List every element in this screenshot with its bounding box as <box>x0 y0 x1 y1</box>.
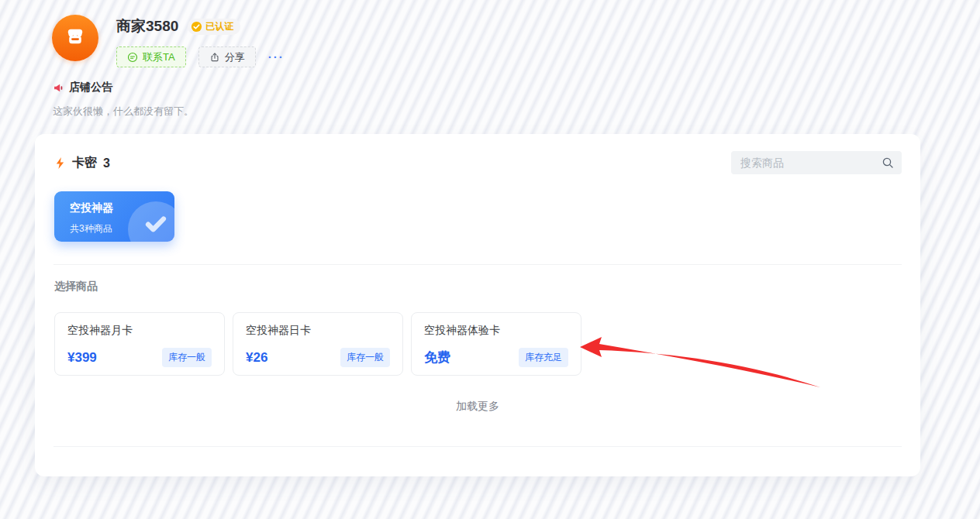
section-title-text: 卡密 <box>72 155 97 171</box>
section-count: 3 <box>103 156 110 170</box>
section-title: 卡密 3 <box>54 155 110 171</box>
product-price: ¥399 <box>67 350 97 366</box>
product-card[interactable]: 空投神器月卡 ¥399 库存一般 <box>54 312 225 376</box>
merchant-name: 商家3580 <box>116 16 178 36</box>
product-list: 空投神器月卡 ¥399 库存一般 空投神器日卡 ¥26 库存一般 空投神器体验卡… <box>54 312 581 376</box>
verified-label: 已认证 <box>205 20 233 33</box>
storefront-icon <box>62 23 88 53</box>
product-name: 空投神器日卡 <box>246 324 390 338</box>
product-name: 空投神器月卡 <box>67 324 212 338</box>
search-input[interactable] <box>731 151 902 174</box>
product-name: 空投神器体验卡 <box>424 324 568 338</box>
category-card-selected[interactable]: 空投神器 共3种商品 <box>54 191 174 242</box>
stock-badge: 库存一般 <box>162 348 212 367</box>
product-price: ¥26 <box>246 350 267 366</box>
more-button[interactable]: ··· <box>268 50 285 64</box>
stock-badge: 库存充足 <box>519 348 568 367</box>
merchant-avatar <box>52 15 98 61</box>
store-announcement: 店铺公告 这家伙很懒，什么都没有留下。 <box>53 81 194 119</box>
products-panel: 卡密 3 空投神器 共3种商品 选择商品 空投神器月卡 ¥399 库存一般 <box>35 134 920 476</box>
announcement-content: 这家伙很懒，什么都没有留下。 <box>53 105 194 119</box>
share-button[interactable]: 分享 <box>198 46 256 67</box>
load-more-button[interactable]: 加载更多 <box>35 400 920 414</box>
contact-button[interactable]: 联系TA <box>116 46 186 67</box>
merchant-info: 商家3580 已认证 联系TA <box>116 16 285 67</box>
search-icon[interactable] <box>882 156 894 172</box>
divider <box>53 446 902 447</box>
product-card[interactable]: 空投神器日卡 ¥26 库存一般 <box>233 312 403 376</box>
verified-seal-icon <box>191 21 202 33</box>
select-products-title: 选择商品 <box>54 280 98 294</box>
product-search <box>731 151 902 174</box>
chat-icon <box>127 52 138 63</box>
share-label: 分享 <box>225 50 245 64</box>
announcement-title: 店铺公告 <box>69 81 112 95</box>
lightning-icon <box>54 156 66 170</box>
stock-badge: 库存一般 <box>340 348 390 367</box>
product-price: 免费 <box>424 349 450 366</box>
contact-label: 联系TA <box>143 50 175 64</box>
megaphone-icon <box>53 82 64 94</box>
divider <box>53 264 902 265</box>
share-icon <box>209 52 220 63</box>
verified-badge: 已认证 <box>188 19 240 35</box>
product-card[interactable]: 空投神器体验卡 免费 库存充足 <box>411 312 581 376</box>
